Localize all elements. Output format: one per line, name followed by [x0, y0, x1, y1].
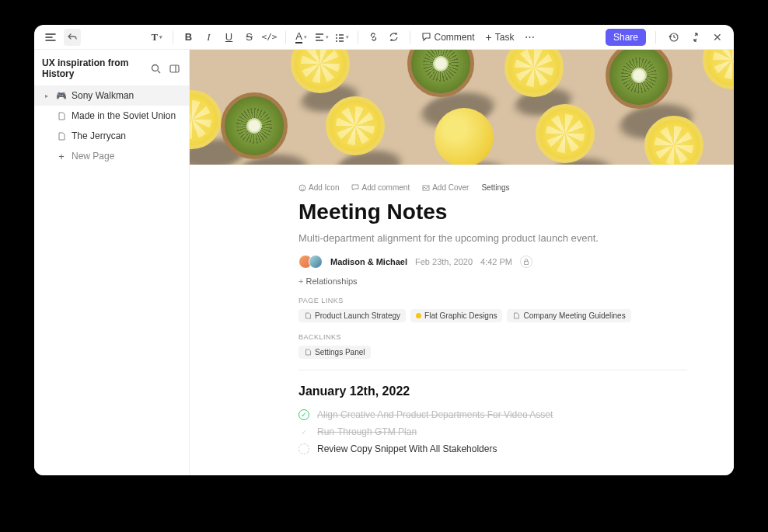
undo-button[interactable]	[64, 29, 81, 46]
page-icon	[56, 130, 67, 141]
gamepad-icon: 🎮	[56, 90, 67, 101]
backlink-chip[interactable]: Settings Panel	[298, 346, 371, 359]
settings-button[interactable]: Settings	[481, 183, 509, 192]
page-icon	[304, 312, 312, 320]
code-button[interactable]: </>	[260, 28, 279, 47]
align-dropdown[interactable]: ▾	[312, 28, 331, 47]
cover-image[interactable]	[190, 50, 734, 165]
task-list: ✓ Align Creative And Product Departments…	[298, 409, 687, 454]
task-text: Run-Through GTM Plan	[317, 426, 417, 437]
page-links: Product Launch Strategy Flat Graphic Des…	[298, 309, 687, 322]
checkbox-checked-icon[interactable]: ✓	[298, 409, 309, 420]
panel-toggle-icon[interactable]	[167, 61, 181, 75]
page-icon	[512, 312, 520, 320]
underline-button[interactable]: U	[220, 28, 239, 47]
avatar	[309, 255, 323, 269]
toolbar: T▾ B I U S </> A▾ ▾ ▾	[34, 25, 734, 50]
section-date-heading[interactable]: January 12th, 2022	[298, 384, 687, 398]
more-icon[interactable]: ⋯	[520, 28, 539, 47]
svg-point-0	[336, 34, 337, 36]
page-icon	[56, 110, 67, 121]
main-content: Add Icon Add comment Add Cover Settings …	[190, 50, 734, 475]
page-meta: Madison & Michael Feb 23th, 2020 4:42 PM	[298, 255, 687, 269]
comment-label: Comment	[435, 32, 475, 43]
list-dropdown[interactable]: ▾	[333, 28, 351, 47]
page-subtitle[interactable]: Multi-department alignment for the upcom…	[298, 232, 687, 244]
task-label: Task	[495, 32, 515, 43]
sidebar-item-label: Sony Walkman	[72, 90, 134, 101]
sidebar-item-jerrycan[interactable]: The Jerrycan	[34, 126, 189, 146]
dot-icon	[416, 313, 421, 318]
page-title[interactable]: Meeting Notes	[298, 200, 687, 224]
bold-button[interactable]: B	[180, 28, 198, 47]
link-button[interactable]	[365, 28, 383, 47]
relationships-button[interactable]: Relationships	[298, 276, 687, 286]
search-icon[interactable]	[148, 61, 162, 75]
svg-rect-10	[525, 262, 529, 265]
page-links-label: PAGE LINKS	[298, 297, 687, 304]
svg-point-7	[301, 186, 302, 187]
svg-point-6	[299, 185, 305, 191]
sidebar-item-soviet-union[interactable]: Made in the Soviet Union	[34, 106, 189, 126]
svg-point-4	[152, 64, 158, 71]
checkbox-checked-icon[interactable]	[298, 426, 309, 437]
lock-icon[interactable]	[520, 256, 532, 268]
page-link-chip[interactable]: Product Launch Strategy	[298, 309, 406, 322]
strikethrough-button[interactable]: S	[240, 28, 259, 47]
checkbox-empty-icon[interactable]	[298, 443, 309, 454]
plus-icon: +	[56, 151, 67, 162]
close-icon[interactable]: ✕	[709, 29, 726, 46]
author-avatars[interactable]	[298, 255, 323, 269]
sidebar-list: ▸ 🎮 Sony Walkman Made in the Soviet Unio…	[34, 85, 189, 166]
page-date: Feb 23th, 2020	[415, 257, 473, 266]
task-text: Align Creative And Product Departments F…	[317, 409, 553, 420]
page-link-chip[interactable]: Flat Graphic Designs	[410, 309, 502, 322]
text-color-dropdown[interactable]: A▾	[292, 28, 311, 47]
share-button[interactable]: Share	[606, 29, 646, 46]
italic-button[interactable]: I	[200, 28, 218, 47]
page-icon	[304, 349, 312, 356]
svg-rect-5	[170, 65, 179, 72]
task-item[interactable]: ✓ Align Creative And Product Departments…	[298, 409, 687, 420]
page-link-chip[interactable]: Company Meeting Guidelines	[507, 309, 630, 322]
sidebar-title: UX inspiration from History	[42, 57, 144, 79]
page-actions: Add Icon Add comment Add Cover Settings	[298, 183, 687, 192]
svg-point-8	[303, 186, 304, 187]
add-comment-button[interactable]: Add comment	[351, 183, 410, 192]
page-time: 4:42 PM	[480, 257, 512, 266]
divider	[298, 370, 687, 370]
svg-point-2	[336, 40, 337, 42]
menu-icon[interactable]	[42, 29, 59, 46]
text-style-dropdown[interactable]: T▾	[148, 28, 166, 47]
sidebar-item-sony-walkman[interactable]: ▸ 🎮 Sony Walkman	[34, 85, 189, 106]
new-page-label: New Page	[72, 151, 114, 162]
task-item[interactable]: Review Copy Snippet With All Stakeholder…	[298, 443, 687, 454]
sync-icon[interactable]	[385, 28, 403, 47]
new-page-button[interactable]: + New Page	[34, 146, 189, 166]
sidebar-item-label: Made in the Soviet Union	[72, 110, 176, 121]
svg-point-1	[336, 37, 337, 39]
collapse-icon[interactable]	[687, 29, 704, 46]
backlinks: Settings Panel	[298, 346, 687, 359]
history-icon[interactable]	[665, 29, 682, 46]
task-text: Review Copy Snippet With All Stakeholder…	[317, 443, 497, 454]
sidebar-item-label: The Jerrycan	[72, 130, 126, 141]
task-button[interactable]: + Task	[481, 28, 519, 47]
add-icon-button[interactable]: Add Icon	[298, 183, 339, 192]
authors: Madison & Michael	[330, 257, 407, 266]
sidebar: UX inspiration from History ▸ 🎮 Sony Wal…	[34, 50, 190, 475]
comment-button[interactable]: Comment	[417, 28, 480, 47]
task-item[interactable]: Run-Through GTM Plan	[298, 426, 687, 437]
add-cover-button[interactable]: Add Cover	[422, 183, 469, 192]
app-window: T▾ B I U S </> A▾ ▾ ▾	[34, 25, 734, 475]
chevron-right-icon: ▸	[45, 92, 51, 99]
backlinks-label: BACKLINKS	[298, 333, 687, 341]
